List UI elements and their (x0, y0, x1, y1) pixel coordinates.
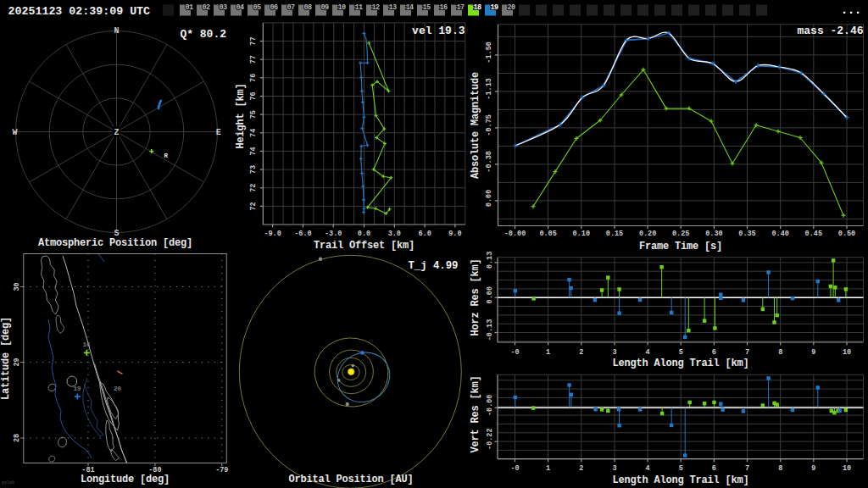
svg-text:29: 29 (13, 358, 21, 366)
svg-text:16: 16 (82, 341, 91, 348)
svg-text:02: 02 (203, 3, 211, 12)
svg-text:09: 09 (321, 3, 330, 12)
svg-text:R: R (164, 152, 169, 159)
svg-text:6: 6 (712, 464, 716, 473)
svg-text:0.13: 0.13 (486, 252, 494, 269)
svg-text:73: 73 (249, 165, 258, 174)
svg-text:72: 72 (249, 184, 258, 192)
svg-text:-0.75: -0.75 (485, 114, 493, 136)
svg-text:08: 08 (304, 3, 313, 12)
svg-text:5: 5 (679, 348, 683, 357)
svg-text:16: 16 (440, 3, 448, 12)
svg-text:pylab: pylab (2, 480, 14, 485)
svg-text:28: 28 (13, 434, 21, 442)
svg-text:W: W (13, 128, 18, 137)
svg-text:-1.13: -1.13 (485, 78, 493, 100)
svg-text:9.0: 9.0 (448, 230, 461, 238)
svg-text:2: 2 (579, 464, 583, 473)
svg-text:13: 13 (389, 3, 398, 12)
svg-text:-0.38: -0.38 (485, 151, 493, 173)
svg-text:01: 01 (186, 3, 194, 12)
svg-text:8: 8 (778, 348, 782, 357)
svg-text:20251123 02:39:09 UTC: 20251123 02:39:09 UTC (8, 5, 151, 18)
svg-text:0.45: 0.45 (805, 230, 822, 238)
svg-text:74: 74 (249, 129, 258, 137)
svg-text:Trail Offset [km]: Trail Offset [km] (314, 240, 415, 252)
svg-text:3: 3 (612, 348, 616, 357)
svg-text:Length Along Trail [km]: Length Along Trail [km] (612, 474, 748, 486)
svg-text:Latitude [deg]: Latitude [deg] (0, 317, 12, 400)
svg-text:-0.00: -0.00 (504, 230, 526, 238)
svg-text:Vert Res [km]: Vert Res [km] (470, 375, 481, 452)
svg-text:0.35: 0.35 (738, 230, 755, 238)
svg-text:0.40: 0.40 (771, 230, 788, 238)
svg-text:30: 30 (13, 282, 21, 291)
svg-text:0.00: 0.00 (486, 286, 494, 303)
svg-text:Z: Z (114, 128, 119, 137)
svg-text:-0.22: -0.22 (486, 428, 494, 450)
svg-text:0.05: 0.05 (539, 230, 556, 238)
svg-text:7: 7 (745, 348, 749, 357)
svg-text:1: 1 (546, 464, 550, 473)
svg-text:19: 19 (491, 3, 499, 12)
svg-text:0.20: 0.20 (639, 230, 656, 238)
svg-text:Absolute Magnitude: Absolute Magnitude (470, 72, 481, 179)
svg-text:N: N (114, 26, 119, 36)
svg-text:1: 1 (546, 348, 550, 357)
svg-text:2: 2 (579, 348, 583, 357)
svg-text:14: 14 (406, 3, 415, 12)
svg-text:10: 10 (843, 348, 851, 357)
svg-text:Horz Res [km]: Horz Res [km] (470, 258, 481, 336)
svg-text:Longitude [deg]: Longitude [deg] (81, 474, 170, 485)
svg-text:10: 10 (843, 464, 851, 473)
svg-text:-9.0: -9.0 (264, 230, 281, 238)
svg-text:6.0: 6.0 (418, 230, 431, 238)
svg-text:74: 74 (249, 147, 258, 155)
svg-text:76: 76 (249, 92, 258, 100)
svg-text:-6.0: -6.0 (294, 230, 311, 238)
svg-text:12: 12 (372, 3, 381, 12)
svg-text:3: 3 (612, 464, 616, 473)
svg-text:0.0: 0.0 (358, 230, 370, 238)
svg-text:77: 77 (249, 36, 258, 45)
svg-text:72: 72 (249, 202, 258, 210)
svg-text:-0: -0 (510, 464, 519, 473)
svg-text:19: 19 (73, 385, 81, 392)
svg-text:mass -2.46: mass -2.46 (797, 25, 863, 37)
svg-text:Q* 80.2: Q* 80.2 (180, 28, 226, 41)
svg-text:11: 11 (355, 3, 364, 12)
svg-text:4: 4 (646, 464, 650, 473)
svg-text:-0.00: -0.00 (486, 395, 494, 417)
svg-text:-79: -79 (215, 466, 228, 474)
svg-text:6: 6 (712, 348, 716, 357)
svg-text:18: 18 (474, 3, 482, 12)
svg-text:04: 04 (236, 3, 245, 12)
svg-text:07: 07 (287, 3, 296, 12)
svg-text:vel 19.3: vel 19.3 (412, 25, 465, 37)
svg-text:05: 05 (253, 3, 262, 12)
svg-text:03: 03 (220, 3, 228, 12)
svg-text:7: 7 (745, 464, 749, 473)
svg-text:15: 15 (423, 3, 431, 12)
svg-text:-3.0: -3.0 (325, 230, 342, 238)
svg-text:0.25: 0.25 (672, 230, 689, 238)
svg-text:Atmospheric Position [deg]: Atmospheric Position [deg] (38, 237, 192, 249)
svg-text:5: 5 (679, 464, 683, 473)
svg-text:E: E (216, 128, 221, 137)
svg-text:0.30: 0.30 (705, 230, 722, 238)
svg-text:T_j 4.99: T_j 4.99 (408, 260, 458, 272)
svg-text:76: 76 (249, 74, 258, 82)
svg-text:0.50: 0.50 (838, 230, 855, 238)
svg-text:75: 75 (249, 110, 258, 119)
svg-text:0.15: 0.15 (606, 230, 623, 238)
svg-text:-1.50: -1.50 (485, 42, 493, 64)
svg-text:4: 4 (646, 348, 650, 357)
svg-text:Frame Time [s]: Frame Time [s] (639, 241, 722, 252)
svg-text:Height [km]: Height [km] (235, 83, 247, 148)
svg-text:-0: -0 (510, 348, 519, 357)
svg-text:17: 17 (457, 3, 465, 12)
svg-text:9: 9 (811, 464, 815, 473)
svg-text:0.10: 0.10 (573, 230, 590, 238)
svg-text:20: 20 (114, 385, 122, 392)
svg-text:Length Along Trail [km]: Length Along Trail [km] (612, 358, 748, 369)
